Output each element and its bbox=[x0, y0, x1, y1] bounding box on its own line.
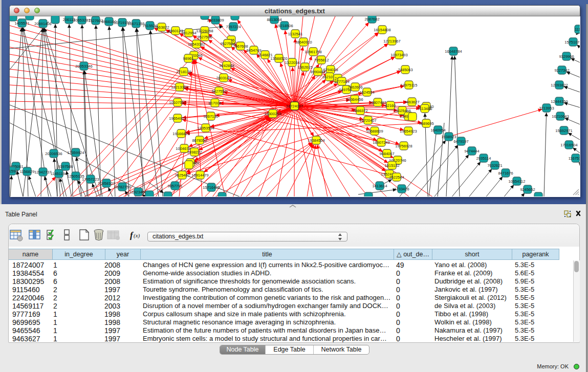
svg-text:7663822: 7663822 bbox=[154, 25, 169, 30]
svg-text:62160: 62160 bbox=[385, 103, 396, 108]
svg-text:13226058: 13226058 bbox=[196, 29, 213, 33]
svg-text:9242848: 9242848 bbox=[219, 63, 234, 68]
svg-text:7357224: 7357224 bbox=[226, 25, 241, 29]
svg-text:16782759: 16782759 bbox=[114, 185, 130, 189]
svg-text:10973493: 10973493 bbox=[390, 53, 407, 57]
svg-text:12093822: 12093822 bbox=[551, 83, 568, 87]
svg-text:9329966: 9329966 bbox=[559, 54, 574, 59]
svg-text:10807487: 10807487 bbox=[369, 100, 386, 105]
svg-text:19654923: 19654923 bbox=[169, 116, 186, 121]
svg-text:1527602: 1527602 bbox=[88, 18, 103, 23]
svg-text:15692971: 15692971 bbox=[555, 128, 572, 133]
svg-text:10654112: 10654112 bbox=[509, 179, 526, 184]
svg-text:11451194: 11451194 bbox=[51, 171, 67, 176]
svg-text:1615132: 1615132 bbox=[384, 163, 399, 168]
svg-text:15751074: 15751074 bbox=[564, 40, 580, 45]
svg-text:6479197: 6479197 bbox=[453, 139, 468, 144]
svg-text:16154808: 16154808 bbox=[374, 28, 390, 32]
svg-text:10961758: 10961758 bbox=[304, 50, 321, 54]
svg-text:12942737: 12942737 bbox=[34, 170, 51, 174]
svg-text:20053346: 20053346 bbox=[75, 64, 92, 69]
svg-text:7625402: 7625402 bbox=[175, 173, 189, 178]
svg-text:15716485: 15716485 bbox=[203, 185, 220, 190]
svg-text:7986372: 7986372 bbox=[353, 108, 367, 113]
svg-text:1640954: 1640954 bbox=[430, 128, 445, 133]
svg-text:8471676: 8471676 bbox=[498, 171, 513, 176]
svg-text:16914479: 16914479 bbox=[191, 173, 208, 178]
svg-text:9113486: 9113486 bbox=[418, 106, 432, 111]
svg-text:9227342: 9227342 bbox=[554, 68, 569, 73]
svg-text:1405571: 1405571 bbox=[14, 21, 29, 26]
svg-text:10688609: 10688609 bbox=[366, 129, 383, 134]
svg-text:1167531: 1167531 bbox=[569, 156, 580, 161]
svg-text:7462606: 7462606 bbox=[347, 85, 362, 90]
svg-text:16033809: 16033809 bbox=[207, 18, 224, 23]
svg-text:17957223: 17957223 bbox=[82, 177, 99, 182]
svg-text:19654923: 19654923 bbox=[400, 129, 417, 134]
svg-text:9684067: 9684067 bbox=[379, 151, 394, 156]
svg-text:8678352: 8678352 bbox=[192, 138, 207, 143]
svg-text:12213967: 12213967 bbox=[383, 39, 400, 43]
svg-text:1156829: 1156829 bbox=[20, 169, 35, 174]
svg-text:16648784: 16648784 bbox=[445, 49, 462, 54]
svg-text:(x): (x) bbox=[134, 232, 140, 239]
svg-text:12213369: 12213369 bbox=[171, 85, 188, 90]
svg-text:817004: 817004 bbox=[208, 101, 221, 105]
svg-text:2522544: 2522544 bbox=[389, 175, 404, 180]
svg-text:19756928: 19756928 bbox=[395, 144, 412, 148]
svg-text:1132541: 1132541 bbox=[288, 32, 303, 36]
svg-text:9397586: 9397586 bbox=[58, 164, 73, 169]
svg-text:8960123: 8960123 bbox=[168, 29, 183, 33]
svg-text:15720407: 15720407 bbox=[359, 118, 376, 123]
svg-text:12444150: 12444150 bbox=[551, 99, 568, 104]
svg-text:1498222: 1498222 bbox=[187, 150, 202, 155]
svg-text:3213953: 3213953 bbox=[539, 106, 554, 111]
svg-text:20364456: 20364456 bbox=[346, 97, 363, 102]
svg-text:8912954: 8912954 bbox=[181, 31, 196, 35]
svg-text:18300295: 18300295 bbox=[264, 112, 281, 116]
svg-text:11923468: 11923468 bbox=[130, 190, 147, 194]
svg-text:10107552: 10107552 bbox=[169, 100, 186, 105]
svg-text:9527506: 9527506 bbox=[197, 35, 212, 39]
svg-text:9245652: 9245652 bbox=[520, 187, 535, 192]
svg-text:2967608: 2967608 bbox=[233, 44, 248, 49]
svg-text:1112: 1112 bbox=[575, 27, 580, 32]
svg-text:2718176: 2718176 bbox=[176, 70, 191, 74]
svg-text:20206536: 20206536 bbox=[45, 151, 62, 156]
svg-text:17016504: 17016504 bbox=[560, 143, 577, 147]
svg-text:6794028: 6794028 bbox=[323, 68, 338, 72]
svg-text:16210643: 16210643 bbox=[552, 114, 569, 119]
svg-text:19384554: 19384554 bbox=[308, 138, 324, 143]
svg-text:9857791: 9857791 bbox=[167, 184, 182, 188]
svg-text:18724007: 18724007 bbox=[286, 104, 303, 108]
svg-text:98961: 98961 bbox=[183, 56, 194, 61]
svg-text:7955812: 7955812 bbox=[314, 58, 329, 62]
svg-text:12353594: 12353594 bbox=[197, 126, 214, 130]
svg-text:1938923: 1938923 bbox=[441, 135, 456, 139]
svg-text:17359924: 17359924 bbox=[67, 150, 84, 155]
svg-text:2935114: 2935114 bbox=[476, 156, 491, 161]
svg-text:9267130: 9267130 bbox=[203, 114, 218, 119]
svg-text:1733426: 1733426 bbox=[394, 187, 409, 191]
svg-text:12975115: 12975115 bbox=[401, 83, 418, 87]
svg-text:9474444: 9474444 bbox=[464, 149, 479, 154]
svg-text:2803144: 2803144 bbox=[216, 76, 231, 80]
svg-text:7485063: 7485063 bbox=[398, 68, 412, 72]
svg-text:9463627: 9463627 bbox=[404, 100, 419, 104]
svg-text:19166825: 19166825 bbox=[172, 132, 189, 136]
svg-text:8454749: 8454749 bbox=[246, 48, 261, 53]
svg-text:9777169: 9777169 bbox=[334, 79, 349, 84]
svg-text:7632621: 7632621 bbox=[487, 163, 502, 168]
svg-text:19218506: 19218506 bbox=[276, 24, 293, 28]
svg-text:10958107: 10958107 bbox=[98, 181, 115, 186]
svg-text:1362615: 1362615 bbox=[297, 65, 312, 70]
svg-text:2087682: 2087682 bbox=[364, 17, 379, 21]
svg-text:1413614: 1413614 bbox=[372, 184, 387, 188]
svg-text:9689695: 9689695 bbox=[419, 121, 433, 126]
svg-text:8813054: 8813054 bbox=[267, 17, 281, 22]
svg-text:18640910: 18640910 bbox=[295, 40, 312, 45]
svg-text:8427552: 8427552 bbox=[211, 89, 226, 94]
svg-text:1322034: 1322034 bbox=[285, 60, 299, 65]
svg-text:1624554: 1624554 bbox=[359, 90, 374, 95]
svg-text:20691406: 20691406 bbox=[34, 21, 51, 26]
